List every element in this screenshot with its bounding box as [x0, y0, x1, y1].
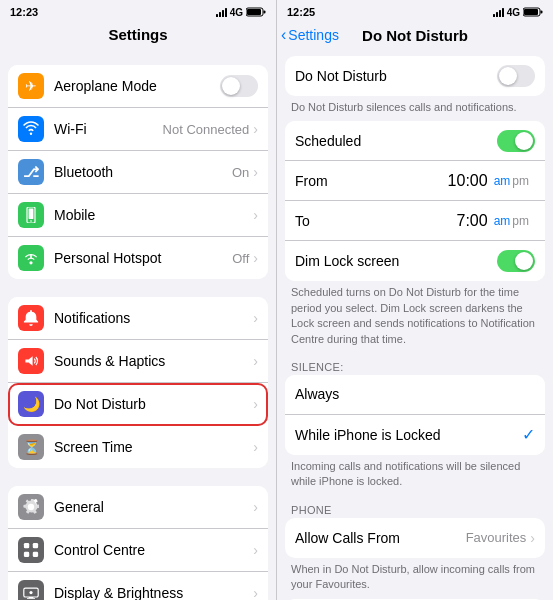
- back-label: Settings: [288, 27, 339, 43]
- wifi-row[interactable]: Wi-Fi Not Connected ›: [8, 108, 268, 151]
- screentime-label: Screen Time: [54, 439, 253, 455]
- right-settings-list: Do Not Disturb Do Not Disturb silences c…: [277, 48, 553, 600]
- hotspot-chevron: ›: [253, 250, 258, 266]
- network-label: 4G: [230, 7, 243, 18]
- from-am[interactable]: am: [494, 174, 511, 188]
- from-pm[interactable]: pm: [512, 174, 529, 188]
- mobile-chevron: ›: [253, 207, 258, 223]
- right-battery-icon: [523, 7, 543, 17]
- while-locked-row[interactable]: While iPhone is Locked ✓: [285, 415, 545, 455]
- donotdisturb-row[interactable]: 🌙 Do Not Disturb ›: [8, 383, 268, 426]
- donotdisturb-icon: 🌙: [18, 391, 44, 417]
- wifi-label: Wi-Fi: [54, 121, 163, 137]
- left-panel: 12:23 4G Settings ✈: [0, 0, 276, 600]
- aeroplane-toggle[interactable]: [220, 75, 258, 97]
- dnd-group: Do Not Disturb: [285, 56, 545, 96]
- left-status-icons: 4G: [216, 7, 266, 18]
- while-locked-label: While iPhone is Locked: [295, 427, 516, 443]
- aeroplane-toggle-knob: [222, 77, 240, 95]
- allow-calls-description: When in Do Not Disturb, allow incoming c…: [277, 558, 553, 599]
- section-1-group: ✈ Aeroplane Mode Wi-Fi No: [8, 65, 268, 279]
- always-row[interactable]: Always: [285, 375, 545, 415]
- right-status-bar: 12:25 4G: [277, 0, 553, 24]
- dim-lock-row[interactable]: Dim Lock screen: [285, 241, 545, 281]
- hotspot-value: Off: [232, 251, 249, 266]
- from-label: From: [295, 173, 448, 189]
- hotspot-icon: [18, 245, 44, 271]
- dim-lock-label: Dim Lock screen: [295, 253, 497, 269]
- general-icon: [18, 494, 44, 520]
- controlcentre-chevron: ›: [253, 542, 258, 558]
- sounds-row[interactable]: Sounds & Haptics ›: [8, 340, 268, 383]
- section-3-group: General › Control Centre ›: [8, 486, 268, 600]
- hotspot-label: Personal Hotspot: [54, 250, 232, 266]
- right-page-title: Do Not Disturb: [362, 27, 468, 44]
- svg-rect-7: [30, 254, 32, 259]
- right-nav-bar: ‹ Settings Do Not Disturb: [277, 24, 553, 48]
- sounds-label: Sounds & Haptics: [54, 353, 253, 369]
- scheduled-row[interactable]: Scheduled: [285, 121, 545, 161]
- aeroplane-label: Aeroplane Mode: [54, 78, 220, 94]
- scheduled-toggle[interactable]: [497, 130, 535, 152]
- allow-calls-row[interactable]: Allow Calls From Favourites ›: [285, 518, 545, 558]
- sounds-icon: [18, 348, 44, 374]
- controlcentre-label: Control Centre: [54, 542, 253, 558]
- dnd-toggle-row[interactable]: Do Not Disturb: [285, 56, 545, 96]
- to-pm[interactable]: pm: [512, 214, 529, 228]
- notifications-label: Notifications: [54, 310, 253, 326]
- back-chevron-icon: ‹: [281, 26, 286, 44]
- hotspot-row[interactable]: Personal Hotspot Off ›: [8, 237, 268, 279]
- display-row[interactable]: Display & Brightness ›: [8, 572, 268, 600]
- left-time: 12:23: [10, 6, 38, 18]
- to-time: 7:00: [457, 212, 488, 230]
- svg-rect-9: [24, 543, 29, 548]
- svg-point-6: [29, 261, 32, 264]
- aeroplane-icon: ✈: [18, 73, 44, 99]
- dim-lock-toggle-knob: [515, 252, 533, 270]
- to-label: To: [295, 213, 457, 229]
- svg-point-5: [30, 220, 32, 222]
- silence-section-label: SILENCE:: [277, 353, 553, 375]
- while-locked-description: Incoming calls and notifications will be…: [277, 455, 553, 496]
- controlcentre-row[interactable]: Control Centre ›: [8, 529, 268, 572]
- left-status-bar: 12:23 4G: [0, 0, 276, 24]
- svg-rect-10: [33, 543, 38, 548]
- from-row[interactable]: From 10:00 am pm: [285, 161, 545, 201]
- bluetooth-row[interactable]: ⎇ Bluetooth On ›: [8, 151, 268, 194]
- dim-description: Scheduled turns on Do Not Disturb for th…: [277, 281, 553, 353]
- dnd-label: Do Not Disturb: [295, 68, 497, 84]
- dnd-toggle-knob: [499, 67, 517, 85]
- allow-calls-chevron: ›: [530, 530, 535, 546]
- display-chevron: ›: [253, 585, 258, 600]
- phone-section-label: PHONE: [277, 496, 553, 518]
- general-row[interactable]: General ›: [8, 486, 268, 529]
- screentime-row[interactable]: ⏳ Screen Time ›: [8, 426, 268, 468]
- notifications-chevron: ›: [253, 310, 258, 326]
- svg-rect-12: [33, 552, 38, 557]
- always-label: Always: [295, 386, 535, 402]
- display-icon: [18, 580, 44, 600]
- notifications-row[interactable]: Notifications ›: [8, 297, 268, 340]
- scheduled-label: Scheduled: [295, 133, 497, 149]
- svg-rect-4: [29, 209, 34, 219]
- svg-rect-27: [541, 11, 543, 14]
- dnd-toggle[interactable]: [497, 65, 535, 87]
- donotdisturb-chevron: ›: [253, 396, 258, 412]
- svg-rect-26: [524, 9, 538, 15]
- aeroplane-row[interactable]: ✈ Aeroplane Mode: [8, 65, 268, 108]
- svg-point-16: [29, 591, 32, 594]
- general-chevron: ›: [253, 499, 258, 515]
- bluetooth-icon: ⎇: [18, 159, 44, 185]
- battery-icon: [246, 7, 266, 17]
- notifications-icon: [18, 305, 44, 331]
- svg-rect-1: [247, 9, 261, 15]
- to-am[interactable]: am: [494, 214, 511, 228]
- mobile-row[interactable]: Mobile ›: [8, 194, 268, 237]
- left-settings-list: ✈ Aeroplane Mode Wi-Fi No: [0, 47, 276, 600]
- phone-group: Allow Calls From Favourites ›: [285, 518, 545, 558]
- to-row[interactable]: To 7:00 am pm: [285, 201, 545, 241]
- back-button[interactable]: ‹ Settings: [281, 26, 339, 44]
- bluetooth-chevron: ›: [253, 164, 258, 180]
- dim-lock-toggle[interactable]: [497, 250, 535, 272]
- screentime-chevron: ›: [253, 439, 258, 455]
